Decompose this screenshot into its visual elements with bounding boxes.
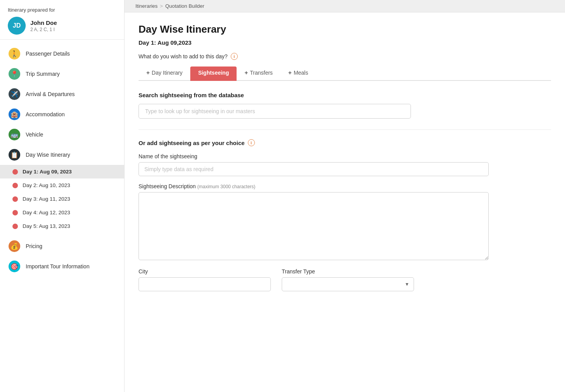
- day-item-4[interactable]: Day 4: Aug 12, 2023: [0, 206, 124, 219]
- tab-plus-icon: +: [244, 69, 248, 76]
- transfer-type-label: Transfer Type: [282, 268, 414, 275]
- page-title: Day Wise Itinerary: [139, 23, 551, 35]
- sidebar-item-accommodation[interactable]: 🏨 Accommodation: [0, 104, 124, 124]
- pricing-icon: 💰: [9, 240, 20, 252]
- city-input[interactable]: [139, 277, 271, 291]
- user-profile: JD John Doe 2 A, 2 C, 1 I: [8, 17, 116, 35]
- day-dot-3: [12, 196, 18, 202]
- day-item-1[interactable]: Day 1: Aug 09, 2023: [0, 165, 124, 178]
- arrival-icon: ✈️: [9, 88, 20, 100]
- transfer-type-select-wrap: Self Guided Private ▼: [282, 277, 414, 291]
- name-label: Name of the sightseeing: [139, 153, 551, 159]
- sightseeing-name-input[interactable]: [139, 162, 489, 176]
- search-sightseeing-input[interactable]: [139, 104, 411, 119]
- breadcrumb-quotation-builder: Quotation Builder: [165, 3, 204, 9]
- day-label-2: Day 2: Aug 10, 2023: [23, 182, 70, 188]
- sightseeing-description-textarea[interactable]: [139, 192, 489, 260]
- sidebar-item-label: Pricing: [26, 243, 42, 249]
- tab-day-itinerary[interactable]: + Day Itinerary: [139, 66, 190, 81]
- user-info: John Doe 2 A, 2 C, 1 I: [30, 19, 57, 32]
- tab-label: Day Itinerary: [152, 70, 182, 76]
- day-dot-1: [12, 169, 18, 175]
- transfer-type-select[interactable]: Self Guided Private: [282, 277, 414, 291]
- day-heading: Day 1: Aug 09,2023: [139, 39, 551, 46]
- sidebar-item-label: Accommodation: [26, 111, 65, 117]
- tab-meals[interactable]: + Meals: [281, 66, 316, 81]
- sidebar-item-label: Trip Summary: [26, 71, 60, 77]
- itinerary-icon: 📋: [9, 149, 20, 161]
- day-dot-5: [12, 224, 18, 229]
- accommodation-icon: 🏨: [9, 108, 20, 120]
- search-sightseeing-wrap: [139, 104, 551, 119]
- tab-label: Meals: [294, 70, 308, 76]
- main-content: Itineraries > Quotation Builder Day Wise…: [125, 0, 565, 392]
- custom-section-info-icon[interactable]: i: [248, 139, 255, 146]
- add-question-info-icon[interactable]: i: [231, 53, 238, 60]
- city-transfer-row: City Transfer Type Self Guided Private ▼: [139, 268, 551, 291]
- prepared-for-label: Itinerary prepared for: [8, 7, 116, 13]
- tab-label: Transfers: [250, 70, 273, 76]
- day-label-3: Day 3: Aug 11, 2023: [23, 196, 70, 202]
- sidebar-item-label: Vehicle: [26, 131, 43, 138]
- sidebar-item-pricing[interactable]: 💰 Pricing: [0, 236, 124, 256]
- sidebar-nav: 🚶 Passenger Details 📍 Trip Summary ✈️ Ar…: [0, 40, 124, 280]
- sidebar: Itinerary prepared for JD John Doe 2 A, …: [0, 0, 125, 392]
- trip-summary-icon: 📍: [9, 68, 20, 80]
- section-divider: [139, 130, 551, 130]
- search-section-title: Search sightseeing from the database: [139, 92, 551, 98]
- day-label-5: Day 5: Aug 13, 2023: [23, 223, 70, 229]
- sidebar-item-label: Passenger Details: [26, 51, 70, 57]
- sidebar-item-label: Day Wise Itinerary: [26, 152, 70, 158]
- transfer-type-col: Transfer Type Self Guided Private ▼: [282, 268, 414, 291]
- sidebar-item-passenger-details[interactable]: 🚶 Passenger Details: [0, 44, 124, 64]
- description-form-group: Sightseeing Description (maximum 3000 ch…: [139, 183, 551, 261]
- name-form-group: Name of the sightseeing: [139, 153, 551, 176]
- tab-sightseeing[interactable]: Sightseeing: [190, 66, 237, 81]
- sidebar-item-arrival-departures[interactable]: ✈️ Arrival & Departures: [0, 84, 124, 104]
- city-label: City: [139, 268, 271, 275]
- content-area: Day Wise Itinerary Day 1: Aug 09,2023 Wh…: [125, 12, 565, 392]
- day-item-3[interactable]: Day 3: Aug 11, 2023: [0, 192, 124, 206]
- day-label-4: Day 4: Aug 12, 2023: [23, 210, 70, 215]
- day-item-2[interactable]: Day 2: Aug 10, 2023: [0, 178, 124, 192]
- user-name: John Doe: [30, 19, 57, 26]
- description-label: Sightseeing Description (maximum 3000 ch…: [139, 183, 551, 189]
- vehicle-icon: 🚌: [9, 129, 20, 140]
- sidebar-item-label: Arrival & Departures: [26, 91, 75, 97]
- sidebar-item-day-wise-itinerary[interactable]: 📋 Day Wise Itinerary: [0, 145, 124, 165]
- sidebar-item-trip-summary[interactable]: 📍 Trip Summary: [0, 64, 124, 84]
- tour-info-icon: 🎯: [9, 261, 20, 272]
- breadcrumb: Itineraries > Quotation Builder: [125, 0, 565, 12]
- avatar: JD: [8, 17, 26, 35]
- sidebar-item-label: Important Tour Information: [26, 263, 89, 270]
- tab-plus-icon: +: [288, 69, 292, 76]
- day-dot-2: [12, 183, 18, 188]
- sidebar-item-vehicle[interactable]: 🚌 Vehicle: [0, 124, 124, 145]
- day-item-5[interactable]: Day 5: Aug 13, 2023: [0, 219, 124, 233]
- tab-transfers[interactable]: + Transfers: [237, 66, 280, 81]
- tab-plus-icon: +: [146, 69, 150, 76]
- tab-label: Sightseeing: [198, 70, 229, 76]
- breadcrumb-itineraries[interactable]: Itineraries: [135, 3, 158, 9]
- breadcrumb-separator: >: [160, 3, 163, 9]
- user-meta: 2 A, 2 C, 1 I: [30, 27, 57, 32]
- sidebar-item-important-tour-info[interactable]: 🎯 Important Tour Information: [0, 256, 124, 276]
- sidebar-header: Itinerary prepared for JD John Doe 2 A, …: [0, 0, 124, 40]
- passenger-icon: 🚶: [9, 48, 20, 60]
- city-col: City: [139, 268, 271, 291]
- custom-section-title: Or add sightseeing as per your choice i: [139, 139, 551, 146]
- day-dot-4: [12, 210, 18, 215]
- add-question-label: What do you wish to add to this day? i: [139, 53, 551, 60]
- days-list: Day 1: Aug 09, 2023 Day 2: Aug 10, 2023 …: [0, 165, 124, 236]
- day-label-1: Day 1: Aug 09, 2023: [23, 169, 72, 175]
- tabs-bar: + Day Itinerary Sightseeing + Transfers …: [139, 66, 551, 81]
- description-label-sub: (maximum 3000 characters): [197, 184, 255, 189]
